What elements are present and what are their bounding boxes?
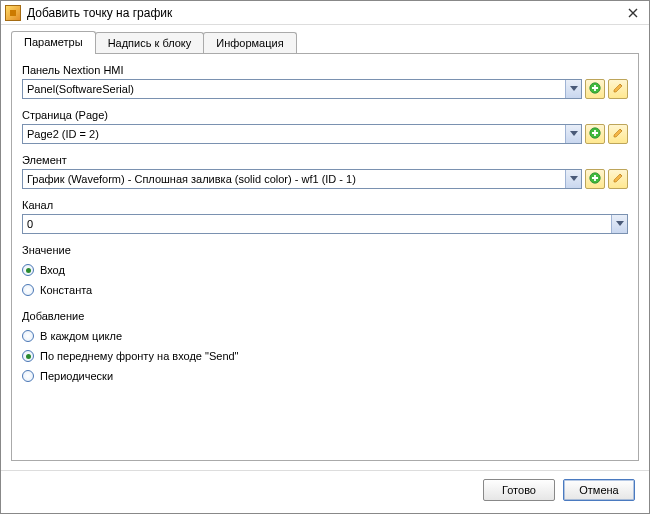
ok-button[interactable]: Готово xyxy=(483,479,555,501)
radio-periodic[interactable]: Периодически xyxy=(22,366,628,386)
titlebar: Добавить точку на график xyxy=(1,1,649,25)
radio-every-cycle[interactable]: В каждом цикле xyxy=(22,326,628,346)
value-source-label: Значение xyxy=(22,244,628,256)
radio-icon xyxy=(22,350,34,362)
dialog-footer: Готово Отмена xyxy=(1,470,649,513)
ok-button-label: Готово xyxy=(502,484,536,496)
chevron-down-icon xyxy=(565,80,581,98)
tab-label: Параметры xyxy=(24,36,83,48)
page-combo[interactable]: Page2 (ID = 2) xyxy=(22,124,582,144)
edit-icon xyxy=(612,127,624,141)
chevron-down-icon xyxy=(565,170,581,188)
element-combo[interactable]: График (Waveform) - Сплошная заливка (so… xyxy=(22,169,582,189)
element-label: Элемент xyxy=(22,154,628,166)
element-combo-value: График (Waveform) - Сплошная заливка (so… xyxy=(23,170,565,188)
tab-label: Информация xyxy=(216,37,283,49)
radio-label: Периодически xyxy=(40,369,113,383)
field-element: Элемент График (Waveform) - Сплошная зал… xyxy=(22,154,628,189)
radio-label: Константа xyxy=(40,283,92,297)
radio-label: В каждом цикле xyxy=(40,329,122,343)
field-channel: Канал 0 xyxy=(22,199,628,234)
tab-caption[interactable]: Надпись к блоку xyxy=(95,32,205,54)
radio-constant-source[interactable]: Константа xyxy=(22,280,628,300)
element-add-button[interactable] xyxy=(585,169,605,189)
radio-icon xyxy=(22,330,34,342)
panel-add-button[interactable] xyxy=(585,79,605,99)
field-panel: Панель Nextion HMI Panel(SoftwareSerial) xyxy=(22,64,628,99)
page-edit-button[interactable] xyxy=(608,124,628,144)
channel-combo[interactable]: 0 xyxy=(22,214,628,234)
radio-label: По переднему фронту на входе "Send" xyxy=(40,349,239,363)
add-mode-label: Добавление xyxy=(22,310,628,322)
field-value-source: Значение Вход Константа xyxy=(22,244,628,300)
radio-on-send-edge[interactable]: По переднему фронту на входе "Send" xyxy=(22,346,628,366)
field-page: Страница (Page) Page2 (ID = 2) xyxy=(22,109,628,144)
radio-icon xyxy=(22,370,34,382)
page-add-button[interactable] xyxy=(585,124,605,144)
window-title: Добавить точку на график xyxy=(27,6,621,20)
page-combo-value: Page2 (ID = 2) xyxy=(23,125,565,143)
cancel-button[interactable]: Отмена xyxy=(563,479,635,501)
tab-label: Надпись к блоку xyxy=(108,37,192,49)
dialog-window: Добавить точку на график Параметры Надпи… xyxy=(0,0,650,514)
panel-combo[interactable]: Panel(SoftwareSerial) xyxy=(22,79,582,99)
panel-label: Панель Nextion HMI xyxy=(22,64,628,76)
close-icon xyxy=(628,6,638,20)
tab-bar: Параметры Надпись к блоку Информация xyxy=(1,25,649,54)
edit-icon xyxy=(612,82,624,96)
tab-content: Панель Nextion HMI Panel(SoftwareSerial) xyxy=(11,53,639,461)
radio-icon xyxy=(22,284,34,296)
radio-icon xyxy=(22,264,34,276)
radio-input-source[interactable]: Вход xyxy=(22,260,628,280)
chevron-down-icon xyxy=(611,215,627,233)
close-button[interactable] xyxy=(621,4,645,22)
cancel-button-label: Отмена xyxy=(579,484,618,496)
add-icon xyxy=(589,172,601,186)
field-add-mode: Добавление В каждом цикле По переднему ф… xyxy=(22,310,628,386)
panel-edit-button[interactable] xyxy=(608,79,628,99)
channel-label: Канал xyxy=(22,199,628,211)
add-icon xyxy=(589,127,601,141)
tab-parameters[interactable]: Параметры xyxy=(11,31,96,54)
page-label: Страница (Page) xyxy=(22,109,628,121)
edit-icon xyxy=(612,172,624,186)
panel-combo-value: Panel(SoftwareSerial) xyxy=(23,80,565,98)
tab-info[interactable]: Информация xyxy=(203,32,296,54)
radio-label: Вход xyxy=(40,263,65,277)
app-icon xyxy=(5,5,21,21)
chevron-down-icon xyxy=(565,125,581,143)
add-icon xyxy=(589,82,601,96)
element-edit-button[interactable] xyxy=(608,169,628,189)
channel-combo-value: 0 xyxy=(23,215,611,233)
